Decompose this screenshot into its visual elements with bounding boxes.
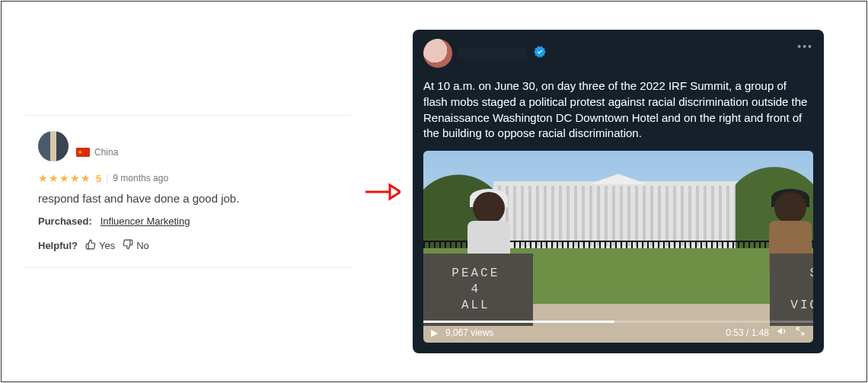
svg-marker-1: [390, 185, 400, 199]
verified-badge-icon: [533, 45, 547, 62]
helpful-no-button[interactable]: No: [123, 239, 149, 252]
helpful-yes-button[interactable]: Yes: [85, 239, 115, 252]
tweet-text: At 10 a.m. on June 30, on day three of t…: [423, 78, 813, 142]
review-card: China ★★★★★ 5 | 9 months ago respond fas…: [24, 115, 352, 268]
country-name: China: [94, 147, 118, 158]
video-controls: ▶ 9,067 views 0:53 / 1:48: [423, 323, 813, 343]
thumbs-up-icon: [85, 239, 96, 252]
tweet-avatar[interactable]: [423, 39, 452, 68]
protest-sign-left: PEACE 4 ALL: [423, 254, 533, 326]
helpful-row: Helpful? Yes No: [38, 239, 338, 252]
rating-value: 5: [96, 173, 101, 184]
review-body: respond fast and have done a good job.: [38, 192, 338, 205]
protester-figure: PEACE 4 ALL: [451, 192, 527, 321]
purchase-row: Purchased: Influencer Marketing: [38, 215, 338, 227]
tweet-video[interactable]: PEACE 4 ALL STOP THE VIOLENCE ▶ 9,067 vi…: [423, 151, 813, 343]
separator: |: [106, 173, 108, 184]
reviewer-meta: China: [76, 135, 145, 158]
review-header: China: [38, 131, 338, 161]
purchase-link[interactable]: Influencer Marketing: [101, 215, 190, 227]
rating-row: ★★★★★ 5 | 9 months ago: [38, 172, 338, 184]
reviewer-country: China: [76, 147, 145, 158]
reviewer-name-redacted: [76, 135, 145, 145]
no-label: No: [136, 240, 149, 251]
purchase-label: Purchased:: [38, 215, 92, 227]
yes-label: Yes: [99, 240, 115, 251]
helpful-label: Helpful?: [38, 240, 78, 251]
volume-icon[interactable]: [777, 326, 787, 339]
composite-figure: China ★★★★★ 5 | 9 months ago respond fas…: [1, 1, 867, 382]
video-bg-building: [493, 181, 743, 251]
arrow-right-icon: [364, 180, 400, 203]
tweet-header: [423, 39, 813, 68]
thumbs-down-icon: [123, 239, 133, 252]
reviewer-avatar: [38, 131, 69, 161]
arrow-connector: [352, 180, 413, 203]
video-timecode: 0:53 / 1:48: [726, 327, 769, 338]
more-options-icon[interactable]: •••: [797, 40, 813, 53]
flag-icon: [76, 148, 90, 157]
protester-figure: STOP THE VIOLENCE: [760, 192, 813, 321]
play-icon[interactable]: ▶: [431, 327, 438, 338]
protest-sign-right: STOP THE VIOLENCE: [770, 254, 813, 326]
review-age: 9 months ago: [113, 173, 168, 184]
tweet-author-redacted: [458, 48, 527, 59]
star-icons: ★★★★★: [38, 172, 91, 184]
view-count: 9,067 views: [445, 327, 493, 338]
fullscreen-icon[interactable]: [795, 326, 806, 339]
tweet-card: ••• At 10 a.m. on June 30, on day three …: [413, 30, 824, 353]
